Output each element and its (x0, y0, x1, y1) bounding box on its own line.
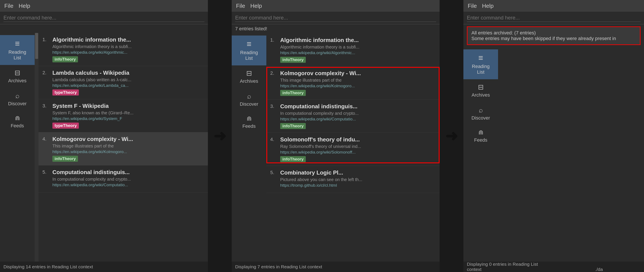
item-tag: infoTheory (52, 56, 78, 62)
item-description: Pictured above you can see on the left t… (280, 177, 436, 182)
command-input-2[interactable] (235, 14, 436, 22)
command-bar-3 (464, 12, 644, 24)
list-item-1-1[interactable]: 1. Algorithmic information the... Algori… (38, 33, 208, 66)
item-url: https://en.wikipedia.org/wiki/Solomonoff… (280, 150, 436, 154)
content-list-3 (498, 47, 644, 262)
item-url: https://en.wikipedia.org/wiki/System_F (52, 116, 204, 121)
list-item-2-2[interactable]: 2. Kolmogorov complexity - Wi... This im… (266, 66, 440, 100)
discover-icon-3: ⌕ (479, 106, 483, 114)
feeds-icon-3: ⋒ (478, 130, 483, 136)
item-url: https://en.wikipedia.org/wiki/Lambda_ca.… (52, 83, 204, 88)
reading-list-label-2: ReadingList (240, 50, 258, 61)
item-title: Algorithmic information the... (280, 37, 436, 44)
feeds-icon-2: ⋒ (247, 116, 252, 122)
menu-bar-1: File Help (0, 0, 208, 12)
sidebar-item-discover-1[interactable]: ⌕ Discover (0, 88, 35, 111)
command-bar-2 (232, 12, 440, 24)
item-description: This image illustrates part of the (280, 78, 436, 83)
arrow-2: ➜ (440, 0, 464, 272)
sidebar-item-archives-2[interactable]: ⊟ Archives (232, 66, 266, 88)
item-content: Kolmogorov complexity - Wi... This image… (52, 136, 204, 162)
list-item-2-5[interactable]: 5. Combinatory Logic Pl... Pictured abov… (266, 166, 440, 193)
sidebar-item-discover-2[interactable]: ⌕ Discover (232, 88, 266, 111)
item-number: 5. (270, 169, 277, 176)
arrow-1: ➜ (208, 0, 232, 272)
command-bar-1 (0, 12, 208, 24)
notification-line1: All entries archived: (7 entries) (472, 30, 636, 36)
bottom-bar-3: Displaying 0 entries in Reading List con… (464, 262, 644, 272)
notification-box: All entries archived: (7 entries) Some e… (467, 26, 640, 45)
bottom-bar-2: Displaying 7 entries in Reading List con… (232, 262, 440, 272)
status-message-2: 7 entries listed! (232, 24, 440, 33)
feeds-label-3: Feeds (474, 137, 487, 143)
item-content: Computational indistinguis... In computa… (52, 169, 204, 189)
bottom-bar-1: Displaying 14 entries in Reading List co… (0, 262, 208, 272)
item-description: In computational complexity and crypto..… (52, 177, 204, 182)
item-description: System F, also known as the (Girard–Re..… (52, 110, 204, 116)
item-url: https://en.wikipedia.org/wiki/Kolmogoгo.… (280, 84, 436, 88)
sidebar-item-archives-3[interactable]: ⊟ Archives (464, 79, 498, 102)
sidebar-item-discover-3[interactable]: ⌕ Discover (464, 102, 498, 125)
item-url: https://en.wikipedia.org/wiki/Kolmogoго.… (52, 150, 204, 154)
file-menu-1[interactable]: File (4, 2, 14, 9)
item-description: In computational complexity and crypto..… (280, 111, 436, 116)
sidebar-2: ≡ ReadingList ⊟ Archives ⌕ Discover ⋒ Fe… (232, 33, 266, 262)
item-tag: infoTheory (280, 90, 306, 96)
help-menu-1[interactable]: Help (18, 2, 30, 9)
sidebar-item-reading-list-3[interactable]: ≡ ReadingList (464, 50, 498, 79)
list-item-2-4[interactable]: 4. Solomonoff's theory of indu... Ray So… (266, 133, 440, 166)
sidebar-item-reading-list-2[interactable]: ≡ ReadingList (232, 36, 266, 66)
sidebar-3: ≡ ReadingList ⊟ Archives ⌕ Discover ⋒ Fe… (464, 47, 498, 262)
item-number: 2. (42, 70, 49, 76)
sidebar-item-feeds-1[interactable]: ⋒ Feeds (0, 111, 35, 133)
list-item-2-1[interactable]: 1. Algorithmic information the... Algori… (266, 33, 440, 66)
archives-icon-1: ⊟ (14, 69, 20, 76)
archives-label-3: Archives (472, 92, 490, 98)
item-content: Solomonoff's theory of indu... Ray Solom… (280, 136, 436, 162)
help-menu-2[interactable]: Help (250, 2, 262, 9)
content-list-1: 1. Algorithmic information the... Algori… (38, 33, 208, 262)
help-menu-3[interactable]: Help (482, 2, 494, 9)
discover-label-1: Discover (8, 101, 27, 106)
item-url: https://en.wikipedia.org/wiki/Computatio… (52, 182, 204, 187)
item-title: Computational indistinguis... (52, 169, 204, 176)
panel-3: File Help All entries archived: (7 entri… (464, 0, 644, 272)
panel-2: File Help 7 entries listed! ≡ ReadingLis… (232, 0, 440, 272)
sidebar-1: ≡ ReadingList ⊟ Archives ⌕ Discover ⋒ Fe… (0, 33, 35, 262)
notification-line2: Some entries may have been skipped if th… (472, 36, 636, 41)
item-title: Computational indistinguis... (280, 103, 436, 110)
archives-label-2: Archives (240, 78, 258, 84)
list-item-1-5[interactable]: 5. Computational indistinguis... In comp… (38, 166, 208, 192)
file-menu-2[interactable]: File (236, 2, 245, 9)
sidebar-item-archives-1[interactable]: ⊟ Archives (0, 65, 35, 88)
item-number: 4. (42, 136, 49, 142)
item-title: Algorithmic information the... (52, 36, 204, 43)
item-content: Algorithmic information the... Algorithm… (52, 36, 204, 62)
item-url: https://en.wikipedia.org/wiki/Algorithmi… (52, 50, 204, 55)
command-input-1[interactable] (4, 14, 204, 22)
main-area-1: ≡ ReadingList ⊟ Archives ⌕ Discover ⋒ Fe… (0, 33, 208, 262)
file-menu-3[interactable]: File (468, 2, 477, 9)
sidebar-item-feeds-2[interactable]: ⋒ Feeds (232, 111, 266, 134)
command-input-3[interactable] (467, 14, 640, 22)
list-item-1-4[interactable]: 4. Kolmogorov complexity - Wi... This im… (38, 132, 208, 166)
list-item-1-2[interactable]: 2. Lambda calculus - Wikipedia Lambda ca… (38, 66, 208, 99)
item-title: Solomonoff's theory of indu... (280, 136, 436, 143)
archives-icon-3: ⊟ (478, 84, 484, 90)
item-title: Combinatory Logic Pl... (280, 169, 436, 176)
item-content: Combinatory Logic Pl... Pictured above y… (280, 169, 436, 189)
item-number: 1. (270, 37, 277, 43)
item-title: Lambda calculus - Wikipedia (52, 70, 204, 76)
sidebar-item-reading-list-1[interactable]: ≡ ReadingList (0, 35, 35, 65)
reading-list-label-1: ReadingList (8, 50, 26, 61)
item-description: Algorithmic information theory is a subf… (280, 44, 436, 50)
archives-icon-2: ⊟ (246, 70, 252, 77)
item-content: Computational indistinguis... In computa… (280, 103, 436, 129)
item-tag: typeTheory (52, 90, 79, 96)
sidebar-item-feeds-3[interactable]: ⋒ Feeds (464, 125, 498, 147)
item-content: Algorithmic information the... Algorithm… (280, 37, 436, 63)
item-description: Algorithmic information theory is a subf… (52, 44, 204, 49)
list-item-2-3[interactable]: 3. Computational indistinguis... In comp… (266, 100, 440, 133)
archives-label-1: Archives (8, 78, 26, 84)
list-item-1-3[interactable]: 3. System F - Wikipedia System F, also k… (38, 99, 208, 132)
